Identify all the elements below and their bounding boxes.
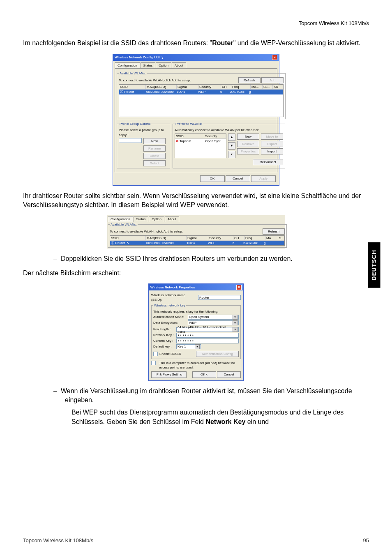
tab-option[interactable]: Option — [156, 62, 171, 68]
pref-import-button[interactable]: Import — [261, 148, 283, 154]
list-item-2-cont: Bei WEP sucht das Dienstprogramm automat… — [71, 408, 369, 426]
enable-8021x-checkbox[interactable]: Enable 802.1X — [153, 352, 181, 356]
props-ok-button[interactable]: OK↖ — [192, 371, 216, 378]
col-mode[interactable]: Mo... — [251, 85, 263, 89]
f2-row-security: WEP — [207, 241, 232, 245]
fig2-available-group: Available WLANs: To connect to available… — [108, 222, 287, 248]
f2-col-mac[interactable]: MAC(BSSID) — [146, 236, 187, 240]
col-signal[interactable]: Signal — [177, 85, 198, 89]
f2-col-ch[interactable]: CH — [233, 236, 244, 240]
col-ssid[interactable]: SSID — [119, 85, 146, 89]
adhoc-row[interactable]: This is a computer to computer (ad hoc) … — [151, 361, 241, 370]
ok-button[interactable]: OK — [200, 175, 225, 182]
col-su[interactable]: Su... — [263, 85, 273, 89]
fig2-tab-status[interactable]: Status — [134, 216, 149, 222]
fig2-list[interactable]: SSID MAC(BSSID) Signal Security CH Freq … — [110, 235, 285, 246]
confirm-key-input[interactable]: ••••••• — [176, 339, 239, 343]
pref-properties-button[interactable]: Properties — [237, 148, 259, 154]
close-icon[interactable]: × — [272, 55, 277, 60]
keylen-select[interactable]: 64 bits (40+24) - 10 Hexadecimal digits▼ — [176, 327, 239, 332]
add-button[interactable]: Add — [261, 77, 284, 83]
profile-group-input[interactable] — [119, 138, 142, 143]
ip-proxy-button[interactable]: IP & Proxy Setting — [151, 371, 187, 378]
chevron-down-icon: ▼ — [233, 320, 238, 325]
move-up-button[interactable]: ▲ — [228, 134, 235, 141]
tab-about[interactable]: About — [172, 62, 186, 68]
profile-select-button[interactable]: Select — [143, 160, 166, 166]
pref-col-security[interactable]: Security — [204, 134, 226, 138]
defkey-label: Default key : — [153, 344, 175, 349]
preferred-arrow-buttons: ▲ ▼ ▾ — [228, 134, 235, 158]
f2-col-mode[interactable]: Mo... — [265, 236, 278, 240]
col-security[interactable]: Security — [198, 85, 221, 89]
fig2-tab-option[interactable]: Option — [149, 216, 164, 222]
p1-bold: Router — [212, 39, 233, 46]
col-mac[interactable]: MAC(BSSID) — [146, 85, 177, 89]
preferred-list-row[interactable]: ✖ Topcom Open Syst — [175, 139, 226, 143]
available-hint: To connect to available WLAN, click Add … — [119, 78, 191, 83]
tab-configuration[interactable]: Configuration — [115, 62, 140, 68]
move-down-button[interactable]: ▼ — [228, 142, 235, 150]
available-wlans-list[interactable]: SSID MAC(BSSID) Signal Security CH Freq … — [119, 84, 284, 117]
reconnect-button[interactable]: ReConnect — [253, 159, 283, 165]
adhoc-checkbox[interactable] — [151, 361, 156, 365]
p1-post: " und die WEP-Verschlüsselung ist aktivi… — [233, 39, 361, 46]
footer-product: Topcom Wireless Kit 108Mb/s — [23, 537, 93, 544]
available-list-fragment: Configuration Status Option About Availa… — [107, 215, 285, 249]
row-mode: g — [248, 90, 260, 94]
ssid-row: Wireless network name (SSID): Router — [151, 293, 241, 302]
auth-select[interactable]: Open System▼ — [188, 315, 239, 320]
props-close-icon[interactable]: × — [236, 285, 242, 290]
profile-group-control: Profile Group Control Please select a pr… — [117, 122, 170, 168]
paragraph-1: Im nachfolgenden Beispiel ist die SSID d… — [23, 39, 369, 48]
f2-col-freq[interactable]: Freq — [244, 236, 265, 240]
pref-col-ssid[interactable]: SSID — [175, 134, 204, 138]
profile-new-button[interactable]: New — [143, 138, 166, 144]
config-utility-titlebar[interactable]: Wireless Network Config Utility × — [113, 54, 279, 61]
fig2-list-row[interactable]: ⓘ Router↖ 00:0D:88:80:A8:09 100% WEP 6 2… — [110, 241, 284, 245]
profile-rename-button[interactable]: Rename — [143, 145, 166, 152]
cancel-button[interactable]: Cancel — [226, 175, 250, 182]
network-key-group: Wireless network key This network requir… — [151, 303, 241, 359]
fig2-tab-configuration[interactable]: Configuration — [108, 216, 133, 222]
chevron-down-icon: ▼ — [233, 327, 238, 332]
chevron-down-icon: ▼ — [195, 344, 200, 349]
f2-col-security[interactable]: Security — [208, 236, 233, 240]
defkey-select[interactable]: Key 1▼ — [176, 344, 201, 349]
pref-remove-button[interactable]: Remove — [237, 141, 259, 147]
fig2-tab-about[interactable]: About — [165, 216, 179, 222]
apply-button[interactable]: Apply — [251, 175, 276, 182]
profile-hint: Please select a profile group to apply : — [119, 128, 168, 137]
refresh-button[interactable]: Refresh — [238, 77, 261, 83]
f2-col-signal[interactable]: Signal — [187, 236, 208, 240]
auth-label: Authentication Mode: — [153, 315, 186, 319]
f2-row-s — [275, 241, 281, 245]
available-list-row[interactable]: ⓘ Router 00:0D:88:80:A8:09 100% WEP 6 2.… — [119, 90, 283, 94]
network-key-input[interactable]: ••••••• — [176, 333, 239, 338]
pref-export-button[interactable]: Export — [261, 141, 283, 147]
preferred-wlans-list[interactable]: SSID Security ✖ Topcom Open Syst — [175, 134, 226, 158]
col-xr[interactable]: XR — [273, 85, 283, 89]
row-xr — [270, 90, 279, 94]
f2-col-s[interactable]: S — [278, 236, 284, 240]
col-freq[interactable]: Freq — [231, 85, 251, 89]
paragraph-3: Der nächste Bildschirm erscheint: — [23, 269, 369, 278]
props-cancel-button[interactable]: Cancel — [217, 371, 241, 378]
fig2-tabs: Configuration Status Option About — [108, 216, 284, 222]
tab-status[interactable]: Status — [141, 62, 156, 68]
auth-config-button[interactable]: Authentication Config — [196, 351, 239, 357]
fig2-refresh-button[interactable]: Refresh — [263, 228, 285, 235]
f2-col-ssid[interactable]: SSID — [110, 236, 146, 240]
profile-delete-button[interactable]: Delete — [143, 153, 166, 159]
row-ch: 6 — [219, 90, 229, 94]
f2-row-signal: 100% — [186, 241, 207, 245]
pref-moveto-button[interactable]: Move to — [261, 134, 283, 140]
fig2-list-header: SSID MAC(BSSID) Signal Security CH Freq … — [110, 236, 284, 241]
move-last-button[interactable]: ▾ — [228, 151, 235, 158]
ssid-input[interactable]: Router — [198, 295, 241, 300]
pref-new-button[interactable]: New — [237, 134, 259, 140]
row-ssid: ⓘ Router — [119, 90, 145, 94]
netkey-label: Network Key : — [153, 333, 175, 337]
props-titlebar[interactable]: Wireless Network Properties × — [149, 284, 243, 290]
col-ch[interactable]: CH — [221, 85, 231, 89]
